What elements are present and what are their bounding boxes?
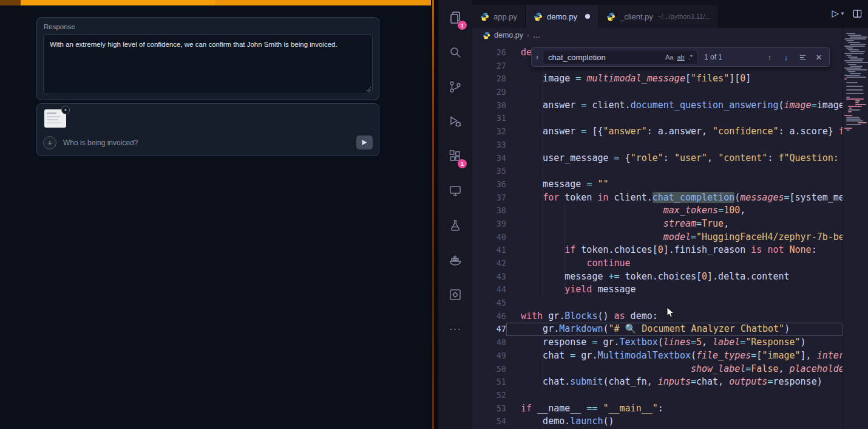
sidebar-item-source-control[interactable]: [438, 69, 472, 104]
sidebar-item-remote-explorer[interactable]: [438, 173, 472, 208]
app-title-bar: [0, 0, 431, 5]
code-text: image = multimodal_message["files"][0]: [506, 72, 843, 86]
attachment-thumbnail[interactable]: ×: [44, 109, 66, 128]
line-number: 49: [472, 349, 506, 363]
sidebar-item-testing[interactable]: [438, 208, 472, 242]
code-line[interactable]: 50 show_label=False, placeholder=: [472, 363, 843, 376]
sidebar-item-docker[interactable]: [438, 242, 472, 277]
code-line[interactable]: 52: [472, 389, 843, 402]
code-line[interactable]: 54 demo.launch(): [472, 415, 843, 428]
code-text: stream=True,: [506, 218, 843, 231]
line-number: 30: [472, 99, 506, 112]
find-previous-button[interactable]: ↑: [764, 51, 776, 63]
code-text: demo.launch(): [506, 415, 843, 428]
code-text: chat = gr.MultimodalTextbox(file_types=[…: [506, 349, 843, 363]
response-textarea[interactable]: With an extremely high level of confiden…: [43, 34, 373, 94]
code-line[interactable]: 29: [472, 86, 843, 99]
more-icon: ···: [449, 323, 462, 335]
breadcrumb-more[interactable]: …: [533, 31, 541, 39]
chat-text-input[interactable]: [63, 139, 350, 147]
code-line[interactable]: 36 message = "": [472, 178, 843, 191]
regex-button[interactable]: .*: [687, 53, 694, 61]
code-text: response = gr.Textbox(lines=5, label="Re…: [506, 336, 843, 349]
chat-row: +: [43, 135, 373, 150]
minimap[interactable]: [843, 28, 868, 429]
code-line[interactable]: 37 for token in client.chat_completion(m…: [472, 191, 843, 205]
code-line[interactable]: 40 model="HuggingFaceH4/zephyr-7b-beta: [472, 231, 843, 244]
code-line[interactable]: 48 response = gr.Textbox(lines=5, label=…: [472, 336, 843, 349]
breadcrumb[interactable]: demo.py › …: [472, 28, 843, 43]
code-line[interactable]: 49 chat = gr.MultimodalTextbox(file_type…: [472, 349, 843, 363]
code-text: if __name__ == "__main__":: [506, 402, 843, 416]
tab-label: demo.py: [547, 12, 577, 21]
code-text: if token.choices[0].finish_reason is not…: [506, 244, 843, 257]
code-area[interactable]: 26def2728 image = multimodal_message["fi…: [472, 43, 843, 429]
code-line[interactable]: 41 if token.choices[0].finish_reason is …: [472, 244, 843, 257]
code-line[interactable]: 33: [472, 139, 843, 152]
run-python-file-button[interactable]: ▷ ▼: [832, 8, 845, 19]
tab-app-py[interactable]: app.py: [472, 5, 526, 28]
line-number: 51: [472, 376, 506, 389]
find-in-selection-button[interactable]: [796, 51, 809, 63]
code-line[interactable]: 35: [472, 165, 843, 178]
find-results-count: 1 of 1: [704, 53, 722, 61]
code-text: yield message: [506, 283, 843, 297]
code-text: message = "": [506, 178, 843, 191]
sidebar-item-tools[interactable]: [438, 277, 472, 312]
code-line[interactable]: 30 answer = client.document_question_ans…: [472, 99, 843, 112]
line-number: 47: [472, 323, 506, 336]
python-icon: [606, 12, 615, 21]
code-line[interactable]: 53if __name__ == "__main__":: [472, 402, 843, 416]
line-number: 42: [472, 257, 506, 270]
tab-actions: ▷ ▼: [832, 8, 862, 19]
code-line[interactable]: 32 answer = [{"answer": a.answer, "confi…: [472, 125, 843, 139]
code-text: [506, 139, 843, 152]
code-line[interactable]: 47 gr.Markdown("# 🔍 Document Analyzer Ch…: [472, 323, 843, 336]
match-case-button[interactable]: Aa: [663, 53, 675, 61]
line-number: 54: [472, 415, 506, 428]
line-number: 46: [472, 310, 506, 323]
source-control-icon: [448, 80, 463, 94]
line-number: 40: [472, 231, 506, 244]
breadcrumb-file[interactable]: demo.py: [494, 31, 523, 39]
tab-description: ~/.../python3.11/...: [657, 13, 711, 20]
line-number: 41: [472, 244, 506, 257]
add-file-button[interactable]: +: [43, 136, 56, 149]
tab-demo-py[interactable]: demo.py: [526, 5, 598, 28]
code-line[interactable]: 43 message += token.choices[0].delta.con…: [472, 270, 843, 284]
line-number: 52: [472, 389, 506, 402]
toggle-replace-icon[interactable]: ›: [536, 53, 538, 61]
find-next-button[interactable]: ↓: [780, 51, 792, 63]
code-line[interactable]: 45: [472, 297, 843, 310]
find-input[interactable]: [548, 53, 663, 62]
code-line[interactable]: 31: [472, 112, 843, 125]
split-editor-icon[interactable]: [853, 9, 862, 18]
screen: Response With an extremely high level of…: [0, 0, 868, 429]
sidebar-item-account[interactable]: [438, 403, 472, 429]
code-line[interactable]: 34 user_message = {"role": "user", "cont…: [472, 152, 843, 165]
code-line[interactable]: 44 yield message: [472, 283, 843, 297]
remove-attachment-button[interactable]: ×: [61, 106, 70, 114]
response-label: Response: [44, 23, 379, 30]
find-input-box: Aa ab .*: [543, 50, 697, 64]
extensions-badge: 1: [458, 159, 467, 168]
code-line[interactable]: 28 image = multimodal_message["files"][0…: [472, 72, 843, 86]
sidebar-item-explorer[interactable]: 1: [438, 0, 472, 35]
code-line[interactable]: 51 chat.submit(chat_fn, inputs=chat, out…: [472, 376, 843, 389]
python-icon: [480, 12, 489, 21]
code-line[interactable]: 46with gr.Blocks() as demo:: [472, 310, 843, 323]
code-line[interactable]: 42 continue: [472, 257, 843, 270]
code-text: chat.submit(chat_fn, inputs=chat, output…: [506, 376, 843, 389]
tab-client-py[interactable]: _client.py ~/.../python3.11/...: [598, 5, 719, 28]
submit-button[interactable]: [356, 136, 373, 149]
close-find-button[interactable]: ✕: [813, 51, 825, 63]
sidebar-item-search[interactable]: [438, 35, 472, 69]
sidebar-item-run-debug[interactable]: [438, 104, 472, 139]
sidebar-item-extensions[interactable]: 1: [438, 139, 472, 173]
code-line[interactable]: 39 stream=True,: [472, 218, 843, 231]
sidebar-item-more[interactable]: ···: [438, 312, 472, 346]
whole-word-button[interactable]: ab: [675, 53, 686, 61]
line-number: 35: [472, 165, 506, 178]
code-line[interactable]: 38 max_tokens=100,: [472, 204, 843, 218]
flask-icon: [448, 218, 463, 233]
